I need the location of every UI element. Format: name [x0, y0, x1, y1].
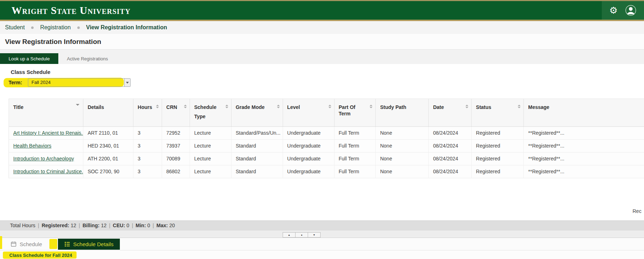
- breadcrumb-item-student[interactable]: Student: [5, 24, 25, 31]
- cell-crn: 86802: [162, 165, 190, 178]
- term-dropdown-button[interactable]: [124, 79, 130, 86]
- tab-look-up-a-schedule[interactable]: Look up a Schedule: [0, 53, 58, 64]
- cell-level: Undergraduate: [283, 140, 335, 152]
- splitter-pager: ▲ ● ▼: [283, 232, 320, 238]
- totals-billing-label: Billing:: [83, 223, 99, 228]
- table-body: Art History I: Ancient to Renais...ART 2…: [9, 127, 644, 178]
- registration-app: Wright State University ⚙ StudentRegistr…: [0, 0, 644, 259]
- column-header-status[interactable]: Status: [472, 99, 524, 126]
- cell-date: 08/24/2024: [429, 140, 472, 152]
- cell-hours: 3: [133, 165, 162, 178]
- collapse-up-button[interactable]: ▲: [283, 232, 296, 238]
- gear-icon[interactable]: ⚙: [609, 6, 618, 15]
- course-title-link[interactable]: Health Behaviors: [13, 143, 52, 149]
- tab-highlight-annotation: [49, 239, 57, 249]
- page-title-section: View Registration Information: [0, 34, 644, 50]
- breadcrumb: StudentRegistrationView Registration Inf…: [0, 21, 644, 34]
- cell-grade_mode: Standard: [231, 153, 283, 165]
- dropdown-arrow-icon: [126, 82, 129, 84]
- cell-crn: 73937: [162, 140, 190, 152]
- column-label-level: Level: [287, 104, 326, 110]
- sort-icon-crn[interactable]: [184, 105, 187, 108]
- column-header-study_path[interactable]: Study Path: [376, 99, 429, 126]
- cell-grade_mode: Standard: [231, 140, 283, 152]
- table-row: Art History I: Ancient to Renais...ART 2…: [9, 127, 644, 140]
- breadcrumb-item-view-registration-information[interactable]: View Registration Information: [86, 24, 167, 31]
- sort-desc-icon: [518, 107, 521, 108]
- column-header-date[interactable]: Date: [429, 99, 472, 126]
- cell-details: ATH 2200, 01: [83, 153, 133, 165]
- tab-active-registrations[interactable]: Active Registrations: [58, 53, 117, 64]
- column-header-crn[interactable]: CRN: [162, 99, 190, 126]
- cell-title: Introduction to Archaeology: [9, 153, 83, 165]
- column-header-part_of_term[interactable]: Part Of Term: [335, 99, 376, 126]
- term-combobox[interactable]: Fall 2024: [28, 78, 131, 87]
- collapse-down-button[interactable]: ▼: [308, 232, 321, 238]
- cell-study_path: None: [376, 153, 429, 165]
- term-value-input[interactable]: Fall 2024: [28, 79, 124, 86]
- table-row: Introduction to Criminal Justice...SOC 2…: [9, 165, 644, 178]
- sort-icon-part_of_term[interactable]: [370, 105, 372, 108]
- banner-actions: ⚙: [602, 1, 644, 20]
- sort-icon-hours[interactable]: [156, 105, 159, 108]
- column-label-date: Date: [433, 104, 463, 110]
- list-details-icon: [64, 241, 70, 247]
- cell-study_path: None: [376, 127, 429, 139]
- bottom-tab-label: Schedule Details: [73, 241, 114, 247]
- schedule-caption: Class Schedule for Fall 2024: [9, 253, 72, 258]
- totals-separator: |: [38, 223, 39, 228]
- cell-crn: 72952: [162, 127, 190, 139]
- sort-icon-date[interactable]: [465, 105, 468, 108]
- cell-level: Undergraduate: [283, 153, 335, 165]
- sort-icon-schedule_type[interactable]: [225, 105, 228, 108]
- sort-desc-icon: [225, 107, 228, 108]
- user-avatar-icon[interactable]: [625, 5, 636, 16]
- bottom-tab-label: Schedule: [20, 241, 42, 247]
- cell-title: Health Behaviors: [9, 140, 83, 152]
- cell-part_of_term: Full Term: [335, 153, 376, 165]
- sort-icon-level[interactable]: [328, 105, 331, 108]
- cell-message: **Registered**...: [524, 127, 644, 139]
- totals-max-value: 20: [169, 223, 175, 228]
- course-title-link[interactable]: Introduction to Criminal Justice...: [13, 169, 83, 174]
- totals-separator: |: [109, 223, 111, 228]
- sort-icon-title[interactable]: [76, 105, 79, 112]
- sort-icon-status[interactable]: [518, 105, 521, 108]
- column-label-crn: CRN: [166, 104, 182, 110]
- cell-details: HED 2340, 01: [83, 140, 133, 152]
- sort-icon-grade_mode[interactable]: [277, 105, 280, 108]
- column-header-title[interactable]: Title: [9, 99, 83, 126]
- totals-billing-value: 12: [101, 223, 107, 228]
- course-title-link[interactable]: Art History I: Ancient to Renais...: [13, 130, 83, 136]
- column-label-title: Title: [13, 104, 75, 110]
- cell-date: 08/24/2024: [429, 127, 472, 139]
- top-banner: Wright State University ⚙: [0, 0, 644, 20]
- cell-schedule_type: Lecture: [190, 127, 231, 139]
- term-row: Term: Fall 2024: [0, 78, 644, 88]
- breadcrumb-separator-icon: [77, 26, 80, 29]
- column-label-status: Status: [476, 104, 516, 110]
- sort-asc-icon: [370, 105, 372, 106]
- course-title-link[interactable]: Introduction to Archaeology: [13, 156, 74, 161]
- column-header-details[interactable]: Details: [83, 99, 133, 126]
- column-header-message[interactable]: Message: [524, 99, 644, 126]
- table-row: Introduction to ArchaeologyATH 2200, 013…: [9, 153, 644, 165]
- university-logo: Wright State University: [0, 1, 131, 20]
- column-header-hours[interactable]: Hours: [133, 99, 162, 126]
- splitter-handle-button[interactable]: ●: [295, 232, 308, 238]
- cell-schedule_type: Lecture: [190, 153, 231, 165]
- column-header-schedule_type[interactable]: ScheduleType: [190, 99, 231, 126]
- bottom-tabbar: ScheduleSchedule Details: [0, 238, 644, 250]
- cell-message: **Registered**...: [524, 140, 644, 152]
- registration-table: TitleDetailsHoursCRNScheduleTypeGrade Mo…: [9, 99, 644, 178]
- total-hours-bar: Total Hours|Registered:12|Billing:12|CEU…: [0, 220, 644, 230]
- cell-title: Art History I: Ancient to Renais...: [9, 127, 83, 139]
- column-header-level[interactable]: Level: [283, 99, 335, 126]
- sort-asc-icon: [184, 105, 187, 106]
- breadcrumb-item-registration[interactable]: Registration: [40, 24, 70, 31]
- cell-title: Introduction to Criminal Justice...: [9, 165, 83, 178]
- column-header-grade_mode[interactable]: Grade Mode: [231, 99, 283, 126]
- bottom-tab-schedule[interactable]: Schedule: [4, 239, 49, 250]
- bottom-tab-schedule-details[interactable]: Schedule Details: [58, 239, 120, 250]
- page-title: View Registration Information: [5, 38, 101, 46]
